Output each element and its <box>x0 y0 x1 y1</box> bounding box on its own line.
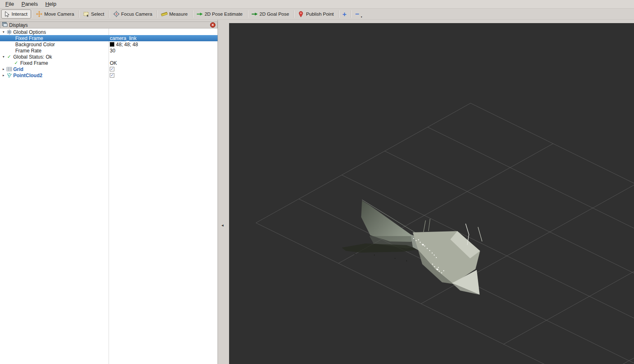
pose-estimate-arrow-icon <box>196 11 203 17</box>
menu-panels[interactable]: Panels <box>18 0 42 8</box>
property-name: Global Options <box>13 29 46 35</box>
property-name: Fixed Frame <box>15 35 43 41</box>
displays-panel-icon <box>2 22 7 28</box>
toolbar-separator <box>157 10 158 18</box>
color-swatch <box>110 42 114 47</box>
expander-icon[interactable]: ▸ <box>1 67 6 71</box>
tool-label: 2D Pose Estimate <box>205 12 243 17</box>
expander-icon[interactable]: ▾ <box>1 55 6 59</box>
toolbar-separator <box>247 10 248 18</box>
display-name: Grid <box>13 66 24 72</box>
toolbar-separator <box>293 10 294 18</box>
panel-splitter[interactable]: ◂ <box>218 20 229 364</box>
status-ok-check-icon: ✓ <box>6 54 12 59</box>
property-name: Background Color <box>15 42 55 47</box>
displays-panel-titlebar[interactable]: Displays × <box>0 21 218 28</box>
tree-row-fixed-frame-status[interactable]: ✓ Fixed Frame OK <box>0 60 218 66</box>
pointcloud2-enabled-checkbox[interactable]: ✓ <box>110 73 114 78</box>
tool-label: Measure <box>169 12 188 17</box>
tree-row-global-options[interactable]: ▾ Global Options <box>0 29 218 35</box>
toolbar-separator <box>338 10 339 18</box>
tool-label: Interact <box>12 12 27 17</box>
close-icon[interactable]: × <box>210 22 215 28</box>
tool-label: Move Camera <box>44 12 74 17</box>
menu-help[interactable]: Help <box>42 0 60 8</box>
tool-label: 2D Goal Pose <box>260 12 289 17</box>
add-tool-button[interactable]: + <box>340 9 350 19</box>
rviz-window: { "menu_bar": { "items": [ { "label": "F… <box>0 0 634 364</box>
minus-icon: − <box>355 11 359 18</box>
property-name: Global Status: Ok <box>13 54 52 60</box>
property-name: Fixed Frame <box>20 60 48 66</box>
grid-enabled-checkbox[interactable]: ✓ <box>110 67 114 71</box>
menu-file[interactable]: File <box>2 0 18 8</box>
tool-move-camera[interactable]: Move Camera <box>33 9 78 19</box>
tool-select[interactable]: Select <box>80 9 108 19</box>
toolbar-separator <box>109 10 110 18</box>
select-box-icon <box>83 11 90 17</box>
tree-row-grid[interactable]: ▸ Grid ✓ <box>0 66 218 72</box>
global-options-icon <box>6 29 12 35</box>
dropdown-arrow-icon: ▾ <box>361 16 362 18</box>
tool-publish-point[interactable]: Publish Point <box>295 9 337 19</box>
displays-panel: Displays × ▾ Global Options Fixed Frame <box>0 20 218 364</box>
displays-tree: ▾ Global Options Fixed Frame camera_link <box>0 28 218 364</box>
plus-icon: + <box>343 11 347 18</box>
status-ok-check-icon: ✓ <box>13 60 19 66</box>
expander-icon[interactable]: ▸ <box>1 73 6 77</box>
viewport-canvas <box>229 23 634 364</box>
tree-row-pointcloud2[interactable]: ▸ PointCloud2 ✓ <box>0 72 218 78</box>
toolbar-separator <box>192 10 193 18</box>
tree-row-fixed-frame[interactable]: Fixed Frame camera_link <box>0 35 218 41</box>
toolbar-separator <box>79 10 80 18</box>
measure-ruler-icon <box>161 11 168 17</box>
tool-label: Select <box>91 12 104 17</box>
tool-label: Publish Point <box>306 12 334 17</box>
remove-tool-button[interactable]: − ▾ <box>352 9 363 19</box>
pointcloud-render <box>342 200 482 295</box>
tool-2d-goal-pose[interactable]: 2D Goal Pose <box>249 9 293 19</box>
focus-crosshair-icon <box>113 11 120 17</box>
property-value: 48; 48; 48 <box>116 42 138 47</box>
property-value: OK <box>110 60 117 66</box>
background-color-value[interactable]: 48; 48; 48 <box>109 41 218 47</box>
toolbar: Interact Move Camera Select Focus Camera… <box>0 9 634 20</box>
tool-interact[interactable]: Interact <box>1 9 31 19</box>
tool-focus-camera[interactable]: Focus Camera <box>111 9 156 19</box>
tree-row-global-status[interactable]: ▾ ✓ Global Status: Ok <box>0 54 218 60</box>
grid-display-icon <box>6 66 12 72</box>
display-name: PointCloud2 <box>13 73 43 78</box>
interact-hand-icon <box>4 11 10 17</box>
frame-rate-value[interactable]: 30 <box>109 47 218 54</box>
menu-bar: File Panels Help <box>0 0 634 9</box>
toolbar-separator <box>351 10 352 18</box>
render-viewport-3d[interactable] <box>229 23 634 364</box>
displays-panel-title: Displays <box>9 22 28 28</box>
property-value: camera_link <box>110 35 137 41</box>
move-camera-arrows-icon <box>36 11 43 17</box>
tool-2d-pose-estimate[interactable]: 2D Pose Estimate <box>194 9 246 19</box>
property-name: Frame Rate <box>15 48 41 54</box>
tree-row-background-color[interactable]: Background Color 48; 48; 48 <box>0 41 218 47</box>
tree-column-divider[interactable] <box>109 28 109 364</box>
collapse-panel-button[interactable]: ◂ <box>220 222 225 229</box>
pointcloud2-display-icon <box>6 73 12 78</box>
publish-point-pin-icon <box>298 11 304 17</box>
goal-pose-arrow-icon <box>251 11 258 17</box>
tool-measure[interactable]: Measure <box>158 9 192 19</box>
tree-row-frame-rate[interactable]: Frame Rate 30 <box>0 47 218 54</box>
property-value: 30 <box>110 48 115 54</box>
expander-icon[interactable]: ▾ <box>1 30 6 34</box>
toolbar-separator <box>32 10 33 18</box>
fixed-frame-value[interactable]: camera_link <box>109 35 218 41</box>
tool-label: Focus Camera <box>121 12 152 17</box>
